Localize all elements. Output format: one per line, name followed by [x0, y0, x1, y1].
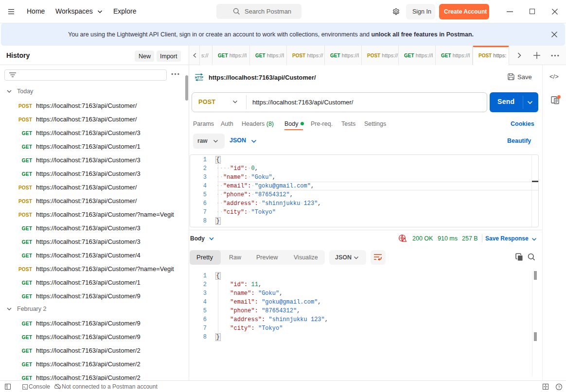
svg-text:?: ?	[558, 384, 560, 389]
svg-text:HTTP: HTTP	[195, 76, 203, 79]
